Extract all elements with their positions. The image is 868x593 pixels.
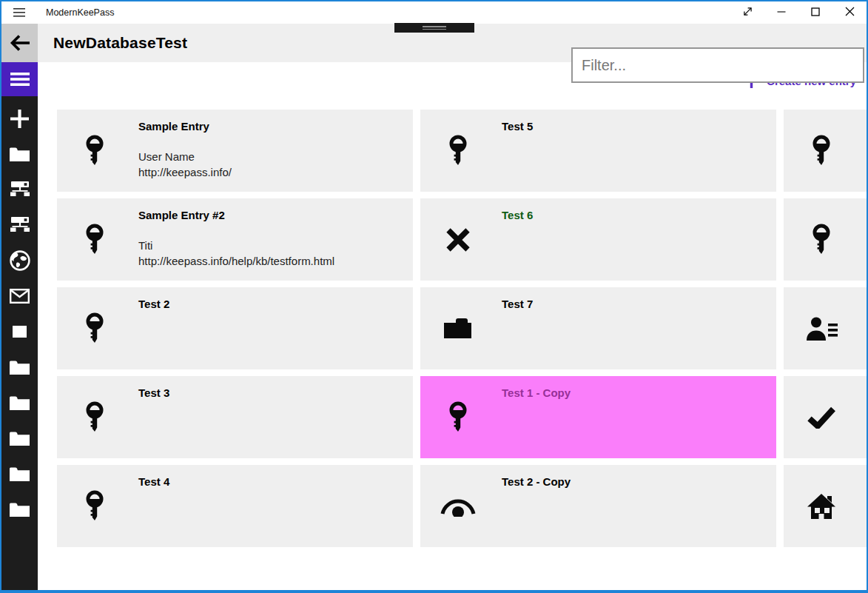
entry-title: Test 5 <box>502 120 533 133</box>
view-icon <box>440 488 477 525</box>
entry-card-sample-entry[interactable]: Sample EntryUser Namehttp://keepass.info… <box>57 110 413 192</box>
square-icon <box>13 326 27 338</box>
entry-card-test-2-copy[interactable]: Test 2 - Copy <box>420 465 776 547</box>
entry-card-clipped-11[interactable] <box>784 376 867 458</box>
entry-card-test-3[interactable]: Test 3 <box>57 376 413 458</box>
main-content: Create new entry Sample EntryUser Nameht… <box>38 62 867 590</box>
entry-grid: Sample EntryUser Namehttp://keepass.info… <box>57 110 867 547</box>
entry-title: Test 3 <box>138 386 169 399</box>
page-title: NewDatabaseTest <box>53 34 187 52</box>
sidebar-item-folder-side-12[interactable] <box>1 492 38 527</box>
entry-card-test-1-copy[interactable]: Test 1 - Copy <box>420 376 776 458</box>
entry-title: Test 1 - Copy <box>502 386 571 399</box>
key-icon <box>440 399 477 436</box>
sidebar-item-globe-5[interactable] <box>1 243 38 278</box>
entry-card-clipped-2[interactable] <box>784 110 867 192</box>
folder-side-icon <box>10 466 30 482</box>
app-bar-grip[interactable] <box>394 23 474 33</box>
back-arrow-icon <box>9 33 31 53</box>
entry-card-clipped-5[interactable] <box>784 198 867 281</box>
app-window: ModernKeePass NewDatabaseTest Create new… <box>0 0 868 593</box>
window-controls <box>730 1 867 24</box>
entry-details: Titihttp://keepass.info/help/kb/testform… <box>138 238 334 269</box>
sidebar-item-folder-side-2[interactable] <box>1 136 38 172</box>
key-icon <box>803 221 840 258</box>
entry-card-test-5[interactable]: Test 5 <box>420 110 776 192</box>
hamburger-icon <box>13 8 25 17</box>
folder-side-icon <box>10 502 30 517</box>
entry-title: Test 4 <box>138 475 169 488</box>
network-icon <box>10 217 30 233</box>
entry-card-test-7[interactable]: Test 7 <box>420 287 776 369</box>
title-bar: ModernKeePass <box>1 1 867 24</box>
maximize-icon <box>811 6 820 19</box>
fullscreen-icon <box>742 6 753 20</box>
key-icon <box>76 399 113 436</box>
sidebar-item-folder-side-9[interactable] <box>1 385 38 421</box>
close-icon <box>845 6 855 19</box>
sidebar-item-folder-side-8[interactable] <box>1 349 38 385</box>
folder-side-icon <box>10 395 30 411</box>
sidebar-item-folder-side-11[interactable] <box>1 456 38 492</box>
entry-card-test-6[interactable]: Test 6 <box>420 198 776 281</box>
folder-side-icon <box>10 431 30 446</box>
entry-title: Test 6 <box>502 209 533 221</box>
entry-title: Sample Entry #2 <box>138 209 225 221</box>
network-icon <box>10 181 30 198</box>
key-icon <box>440 133 477 170</box>
sidebar-item-mail-6[interactable] <box>1 278 38 314</box>
sidebar-item-menu-0[interactable] <box>1 62 38 96</box>
entry-card-test-4[interactable]: Test 4 <box>57 465 413 547</box>
entry-details: User Namehttp://keepass.info/ <box>138 149 232 180</box>
key-icon <box>76 221 113 258</box>
entry-card-sample-entry-2[interactable]: Sample Entry #2Titihttp://keepass.info/h… <box>57 198 413 281</box>
entry-card-clipped-14[interactable] <box>784 465 867 547</box>
entry-title: Test 7 <box>502 298 533 310</box>
sidebar-item-plus-1[interactable] <box>1 101 38 136</box>
key-icon <box>76 488 113 525</box>
maximize-button[interactable] <box>798 1 832 24</box>
contact-icon <box>803 310 840 347</box>
menu-icon <box>10 73 30 86</box>
app-title: ModernKeePass <box>46 7 114 18</box>
entry-card-clipped-8[interactable] <box>784 287 867 369</box>
globe-icon <box>10 250 30 271</box>
folder-icon <box>440 310 477 347</box>
cross-icon <box>440 221 477 258</box>
sidebar-item-network-4[interactable] <box>1 207 38 243</box>
check-icon <box>803 399 840 436</box>
titlebar-menu-button[interactable] <box>1 1 37 24</box>
sidebar-item-square-7[interactable] <box>1 314 38 349</box>
key-icon <box>76 133 113 170</box>
home-icon <box>803 488 840 525</box>
plus-icon <box>10 109 30 129</box>
entry-title: Test 2 <box>138 298 169 310</box>
key-icon <box>76 310 113 347</box>
folder-side-icon <box>10 360 30 375</box>
minimize-icon <box>777 6 786 19</box>
close-button[interactable] <box>832 1 867 24</box>
fullscreen-button[interactable] <box>730 1 764 24</box>
entry-card-test-2[interactable]: Test 2 <box>57 287 413 369</box>
filter-input[interactable] <box>571 47 864 83</box>
sidebar <box>1 62 38 590</box>
entry-title: Sample Entry <box>138 120 209 133</box>
back-button[interactable] <box>1 24 38 62</box>
folder-side-icon <box>10 147 30 162</box>
minimize-button[interactable] <box>764 1 798 24</box>
sidebar-item-network-3[interactable] <box>1 172 38 207</box>
mail-icon <box>10 289 30 304</box>
entry-title: Test 2 - Copy <box>502 475 571 488</box>
sidebar-item-folder-side-10[interactable] <box>1 421 38 456</box>
key-icon <box>803 133 840 170</box>
